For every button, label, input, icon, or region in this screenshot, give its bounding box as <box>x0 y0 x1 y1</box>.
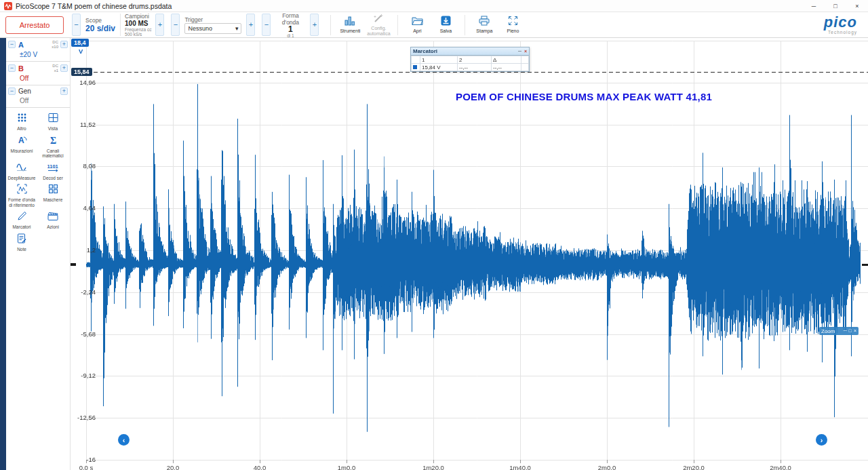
pencil-icon <box>17 211 27 224</box>
measurements-icon: A <box>17 135 27 148</box>
note-icon <box>17 233 26 246</box>
sidebar-item-deepmeasure[interactable]: DeepMeasure <box>6 162 37 181</box>
timebase-increase-button[interactable]: + <box>155 14 164 36</box>
channel-b-coupling: DCx1 <box>52 64 58 73</box>
channel-a-name[interactable]: A <box>18 41 24 49</box>
trigger-decrease-button[interactable]: − <box>171 14 180 36</box>
mask-grid-icon <box>48 184 58 197</box>
fullscreen-button[interactable]: Pieno <box>498 14 527 37</box>
markers-close-button[interactable]: × <box>524 49 527 54</box>
scope-group: − Scope 20 s/div Campioni 100 MS Frequen… <box>72 14 164 36</box>
zoom-minimize-button[interactable]: ─ <box>844 328 847 334</box>
marker-color-swatch <box>413 65 417 69</box>
sigma-icon: Σ <box>48 135 58 148</box>
markers-data-row: 15,84 V --,-- --,-- <box>412 64 529 71</box>
waveform-canvas[interactable] <box>71 38 868 470</box>
channel-a-range[interactable]: ±20 V <box>20 51 68 58</box>
markers-minimize-button[interactable]: ─ <box>518 49 521 54</box>
picoscope-window: PicoScope 7 T&M poem of chinese drums.ps… <box>0 0 868 470</box>
scroll-right-button[interactable]: › <box>816 434 827 446</box>
markers-col-1: 1 <box>420 56 458 64</box>
save-icon <box>441 16 451 28</box>
channel-a-panel: − A DCx10 + ±20 V <box>6 38 70 62</box>
auto-setup-button[interactable]: Config. automatica <box>364 14 393 37</box>
zoom-close-button[interactable]: × <box>854 328 856 334</box>
channel-b-range[interactable]: Off <box>20 75 68 82</box>
zoom-overlay[interactable]: Zoom ─ □ × <box>819 327 859 335</box>
marker-value-tag[interactable]: 15,84 <box>71 68 92 76</box>
maximize-button[interactable]: □ <box>825 0 846 12</box>
sidebar-item-forme-riferimento[interactable]: Forme d'onda di riferimento <box>6 184 37 208</box>
zoom-window-button[interactable]: □ <box>849 328 852 334</box>
generator-state[interactable]: Off <box>20 97 68 104</box>
sidebar-item-misurazioni[interactable]: A Misurazioni <box>6 135 37 159</box>
generator-name[interactable]: Gen <box>18 87 31 95</box>
sidebar-item-maschere[interactable]: Maschere <box>37 184 68 208</box>
chevron-down-icon: ▾ <box>235 25 239 32</box>
more-dots-icon <box>17 113 27 125</box>
marker-value-2: --,-- <box>458 64 492 71</box>
tools-button[interactable]: Strumenti <box>336 14 364 37</box>
chevron-right-icon: › <box>821 436 823 444</box>
sidebar-item-marcatori[interactable]: Marcatori <box>6 211 37 230</box>
scroll-left-button[interactable]: ‹ <box>118 434 130 446</box>
folder-icon <box>412 16 423 28</box>
sidebar-accent-strip <box>0 38 6 470</box>
marker-delta-value: --,-- <box>492 64 521 71</box>
view-grid-icon <box>48 113 58 125</box>
open-button[interactable]: Apri <box>403 14 431 37</box>
samples-value: 100 MS <box>125 20 151 27</box>
toolbar-divider <box>330 15 331 35</box>
channel-a-decrease-button[interactable]: − <box>8 41 16 48</box>
print-button-label: Stampa <box>476 28 492 34</box>
markers-window[interactable]: Marcatori ─ × 1 2 Δ 15,84 V --,-- <box>410 47 530 72</box>
main-toolbar: Arrestato − Scope 20 s/div Campioni 100 … <box>0 12 868 38</box>
pico-tagline-text: Technology <box>824 31 857 35</box>
x-axis-label: 2m40,0 <box>770 464 791 470</box>
waveform-label: Forma d'onda <box>275 12 305 26</box>
print-button[interactable]: Stampa <box>470 14 498 37</box>
sidebar-item-altro[interactable]: Altro <box>6 113 37 132</box>
generator-panel: − Gen + Off <box>6 85 70 108</box>
samples-group[interactable]: Campioni 100 MS Frequenza cc 500 kS/s <box>120 14 155 36</box>
channel-sidebar: − A DCx10 + ±20 V − B DCx1 + Off − <box>6 38 71 470</box>
generator-increase-button[interactable]: + <box>60 87 68 95</box>
x-axis-label: 40,0 <box>254 464 267 470</box>
sidebar-item-azioni[interactable]: Azioni <box>37 211 68 230</box>
y-axis-top-tag[interactable]: 18,4 <box>71 39 89 47</box>
sidebar-item-vista[interactable]: Vista <box>37 113 68 132</box>
markers-col-delta: Δ <box>492 56 521 64</box>
y-axis-label: 8,08 <box>71 162 96 170</box>
sidebar-tools-grid: Altro Vista A Misurazioni Σ Canali matem… <box>6 108 70 252</box>
tools-icon <box>344 16 355 28</box>
sidebar-item-note[interactable]: Note <box>6 233 37 252</box>
generator-decrease-button[interactable]: − <box>8 87 16 95</box>
channel-a-increase-button[interactable]: + <box>60 41 68 48</box>
minimize-button[interactable]: ─ <box>803 0 825 12</box>
timebase-decrease-button[interactable]: − <box>72 14 81 36</box>
channel-b-increase-button[interactable]: + <box>60 64 68 72</box>
trigger-mode-select[interactable]: Nessuno ▾ <box>184 23 241 34</box>
trigger-group: − Trigger Nessuno ▾ + <box>171 14 255 36</box>
stop-button[interactable]: Arrestato <box>5 16 64 34</box>
sidebar-item-canali-matematici[interactable]: Σ Canali matematici <box>37 135 68 159</box>
app-icon <box>4 2 12 10</box>
close-button[interactable]: × <box>846 0 868 12</box>
y-axis-label: -9,12 <box>71 372 96 379</box>
marker-value-1: 15,84 V <box>420 64 458 71</box>
waveform-prev-button[interactable]: − <box>262 14 271 36</box>
zoom-overlay-label: Zoom <box>821 328 835 334</box>
channel-b-decrease-button[interactable]: − <box>8 64 16 72</box>
annotation-text: POEM OF CHINESE DRUMS MAX PEAK WATT 41,8… <box>456 91 712 102</box>
channel-b-name[interactable]: B <box>18 64 24 73</box>
save-button[interactable]: Salva <box>431 14 460 37</box>
markers-window-title: Marcatori <box>413 48 437 54</box>
x-axis-label: 1m0,0 <box>338 464 355 470</box>
timebase-value[interactable]: 20 s/div <box>85 24 115 33</box>
y-axis-label: 4,64 <box>71 204 96 212</box>
waveform-next-button[interactable]: + <box>310 14 319 36</box>
sidebar-item-decod-ser[interactable]: 1101 Decod ser <box>37 162 68 181</box>
samples-label: Campioni <box>125 13 151 20</box>
markers-window-titlebar[interactable]: Marcatori ─ × <box>411 47 529 56</box>
trigger-increase-button[interactable]: + <box>246 14 255 36</box>
